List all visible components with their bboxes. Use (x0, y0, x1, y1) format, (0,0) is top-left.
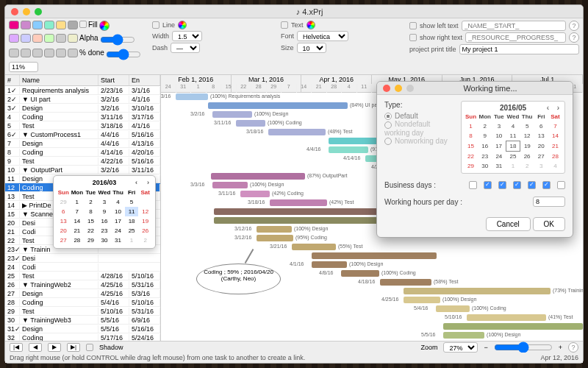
prev-month-icon[interactable]: ‹ (547, 104, 549, 112)
col-start[interactable]: Start (98, 75, 129, 85)
table-row[interactable]: 30▼ TrainingWeb35/5/166/9/16 (5, 316, 160, 325)
calendar-day[interactable]: 25 (506, 152, 520, 162)
gantt-bar[interactable] (312, 252, 437, 259)
calendar-day[interactable]: 20 (57, 226, 71, 236)
calendar-day[interactable]: 27 (57, 236, 71, 245)
bizday-checkbox[interactable] (513, 181, 521, 189)
radio-default[interactable] (384, 113, 392, 120)
gantt-bar[interactable] (443, 332, 484, 339)
calendar-day[interactable]: 21 (71, 226, 85, 236)
calendar-day[interactable]: 2 (520, 161, 534, 171)
font-select[interactable]: Helvetica (297, 31, 348, 41)
calendar-day[interactable]: 22 (464, 152, 478, 162)
bizday-checkbox[interactable] (484, 181, 492, 189)
calendar-day[interactable]: 20 (534, 141, 548, 152)
calendar-day[interactable]: 12 (138, 207, 152, 216)
calendar-day[interactable]: 2 (478, 121, 492, 131)
color-wheel-icon[interactable] (99, 21, 110, 31)
calendar-day[interactable]: 18 (125, 216, 139, 226)
gantt-bar[interactable] (404, 288, 551, 294)
calendar-day[interactable]: 1 (506, 161, 520, 171)
ok-button[interactable]: OK (533, 217, 565, 231)
swatch[interactable] (44, 34, 54, 43)
gantt-bar[interactable] (312, 261, 347, 268)
calendar-day[interactable]: 29 (464, 161, 478, 171)
gantt-bar[interactable] (341, 270, 379, 277)
calendar-day[interactable]: 7 (71, 207, 85, 216)
table-row[interactable]: 10▼ OutputPart3/2/163/11/16 (5, 166, 160, 174)
swatch[interactable] (9, 21, 19, 29)
gantt-bar[interactable] (467, 314, 546, 321)
col-name[interactable]: Name (20, 75, 98, 85)
table-row[interactable]: 29 Test5/10/165/31/16 (5, 307, 160, 316)
table-row[interactable]: 8 Coding4/14/164/20/16 (5, 148, 160, 157)
righttext-input[interactable] (465, 32, 566, 43)
table-row[interactable]: 7 Design4/4/164/13/16 (5, 139, 160, 148)
calendar-day[interactable]: 4 (111, 197, 125, 207)
print-title-input[interactable] (459, 44, 579, 54)
gantt-bar[interactable] (268, 129, 326, 135)
calendar-day[interactable]: 13 (57, 216, 71, 226)
calendar-day[interactable]: 31 (492, 161, 506, 171)
close-icon[interactable] (383, 85, 390, 92)
calendar-day[interactable]: 5 (125, 197, 139, 207)
calendar-day[interactable]: 8 (464, 131, 478, 141)
table-row[interactable]: 9 Test4/22/165/16/16 (5, 157, 160, 166)
swatch[interactable] (32, 21, 43, 29)
calendar-day[interactable]: 25 (125, 226, 139, 236)
zoom-icon[interactable] (35, 8, 42, 15)
table-row[interactable]: 3✓ Design3/2/163/10/16 (5, 104, 160, 113)
col-num[interactable]: # (5, 75, 20, 85)
calendar-day[interactable]: 26 (138, 226, 152, 236)
calendar-day[interactable]: 19 (520, 141, 534, 152)
table-row[interactable]: 31✓ Design5/5/165/16/16 (5, 325, 160, 333)
help-icon[interactable]: ? (568, 342, 578, 353)
swatch[interactable] (68, 34, 78, 43)
calendar-day[interactable]: 9 (478, 131, 492, 141)
calendar-day[interactable]: 15 (464, 141, 478, 152)
calendar-day[interactable]: 23 (478, 152, 492, 162)
calendar-day[interactable]: 6 (534, 121, 548, 131)
calendar-day[interactable]: 9 (98, 207, 112, 216)
col-end[interactable]: En (129, 75, 160, 85)
calendar-day[interactable]: 16 (98, 216, 112, 226)
calendar-day[interactable]: 30 (98, 236, 112, 245)
calendar-day[interactable]: 31 (111, 236, 125, 245)
swatch[interactable] (9, 34, 19, 43)
gantt-bar[interactable] (292, 244, 336, 250)
gantt-bar[interactable] (236, 120, 265, 127)
gantt-bar[interactable] (329, 146, 368, 153)
width-select[interactable]: 1.5 (172, 31, 202, 41)
calendar-day[interactable]: 19 (138, 216, 152, 226)
prev-button[interactable]: ◀ (29, 343, 42, 352)
gantt-bar[interactable] (211, 173, 305, 180)
calendar-day[interactable]: 27 (534, 152, 548, 162)
table-row[interactable]: 2✓▼ UI part3/2/164/1/16 (5, 95, 160, 104)
calendar-day[interactable]: 11 (506, 131, 520, 141)
table-row[interactable]: 5 Test3/18/164/1/16 (5, 121, 160, 130)
calendar-day[interactable]: 23 (98, 226, 112, 236)
table-row[interactable]: 23✓ Desi (5, 254, 160, 263)
calendar-day[interactable]: 8 (84, 207, 98, 216)
dash-select[interactable]: — (171, 43, 200, 53)
bizday-checkbox[interactable] (469, 181, 477, 189)
swatch[interactable] (21, 21, 31, 29)
gantt-bar[interactable] (176, 93, 208, 100)
calendar-day[interactable]: 11 (125, 207, 139, 216)
calendar-day[interactable]: 10 (492, 131, 506, 141)
calendar-day[interactable]: 1 (464, 121, 478, 131)
calendar-day[interactable]: 24 (111, 226, 125, 236)
zoom-slider[interactable] (494, 342, 553, 353)
calendar-day[interactable]: 3 (492, 121, 506, 131)
calendar-day[interactable]: 14 (548, 131, 562, 141)
last-button[interactable]: ▶| (67, 343, 80, 352)
fill-checkbox[interactable] (79, 21, 87, 28)
pctdone-value[interactable]: 11% (9, 62, 38, 72)
gantt-bar[interactable] (208, 102, 348, 109)
color-wheel-icon[interactable] (178, 21, 187, 29)
swatch[interactable] (44, 49, 54, 57)
shadow-checkbox[interactable] (86, 344, 93, 351)
table-row[interactable]: 25 Test4/28/165/10/16 (5, 272, 160, 280)
bizday-checkbox[interactable] (542, 181, 551, 189)
calendar-day[interactable]: 30 (478, 161, 492, 171)
